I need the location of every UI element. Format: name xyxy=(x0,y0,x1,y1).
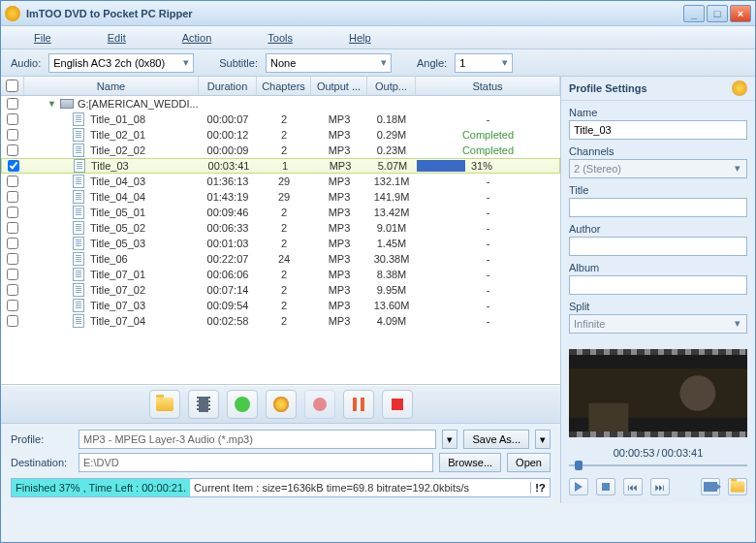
menu-tools[interactable]: Tools xyxy=(254,28,306,48)
field-author-input[interactable] xyxy=(569,237,747,256)
row-name: Title_01_08 xyxy=(90,113,145,125)
saveas-dropdown-button[interactable]: ▾ xyxy=(535,430,551,449)
status-dash: - xyxy=(487,300,490,311)
table-row[interactable]: Title_07_03 00:09:54 2 MP3 13.60M - xyxy=(1,298,560,313)
row-check[interactable] xyxy=(7,129,18,141)
row-duration: 01:36:13 xyxy=(199,176,257,187)
row-check[interactable] xyxy=(7,144,18,156)
browse-button[interactable]: Browse... xyxy=(439,453,501,472)
profile-settings-header: Profile Settings xyxy=(561,77,755,101)
row-chapters: 29 xyxy=(257,191,311,203)
preview-pane[interactable] xyxy=(569,349,747,437)
row-check[interactable] xyxy=(7,238,18,249)
table-row[interactable]: Title_07_01 00:06:06 2 MP3 8.38M - xyxy=(1,267,560,282)
table-row[interactable]: Title_05_03 00:01:03 2 MP3 1.45M - xyxy=(1,236,560,251)
field-split-label: Split xyxy=(569,301,747,312)
field-channels-combo[interactable]: 2 (Stereo) xyxy=(569,159,747,178)
file-icon xyxy=(73,128,84,142)
subtitle-combo[interactable]: None xyxy=(266,53,392,73)
status-dash: - xyxy=(487,284,490,296)
audio-combo[interactable]: English AC3 2ch (0x80) xyxy=(48,53,194,73)
row-output-size: 132.1M xyxy=(367,176,416,187)
table-row[interactable]: Title_05_02 00:06:33 2 MP3 9.01M - xyxy=(1,220,560,236)
angle-combo[interactable]: 1 xyxy=(455,53,513,73)
row-output-format: MP3 xyxy=(312,160,368,172)
open-folder-button[interactable] xyxy=(149,390,180,419)
row-check[interactable] xyxy=(7,284,18,296)
settings-button[interactable] xyxy=(266,390,297,419)
player-stop-button[interactable] xyxy=(596,478,615,495)
table-row[interactable]: Title_02_01 00:00:12 2 MP3 0.29M Complet… xyxy=(1,127,560,143)
col-output-size[interactable]: Outp... xyxy=(367,77,416,95)
row-check[interactable] xyxy=(7,315,18,327)
field-title-input[interactable] xyxy=(569,198,747,217)
profile-settings-gear-icon[interactable] xyxy=(732,80,747,96)
row-name: Title_02_02 xyxy=(90,144,145,156)
profile-input[interactable]: MP3 - MPEG Layer-3 Audio (*.mp3) xyxy=(79,430,436,449)
row-check[interactable] xyxy=(7,207,18,218)
row-chapters: 2 xyxy=(257,222,311,234)
row-name: Title_06 xyxy=(90,253,128,265)
row-check[interactable] xyxy=(8,160,19,172)
row-name: Title_07_04 xyxy=(90,315,145,327)
table-row[interactable]: Title_03 00:03:41 1 MP3 5.07M 31% xyxy=(1,158,560,174)
table-row[interactable]: Title_02_02 00:00:09 2 MP3 0.23M Complet… xyxy=(1,143,560,158)
menubar: File Edit Action Tools Help xyxy=(1,26,755,49)
tree-collapse-icon[interactable]: ▼ xyxy=(47,99,56,109)
add-profile-button[interactable] xyxy=(227,390,258,419)
snapshot-folder-button[interactable] xyxy=(728,478,747,495)
menu-action[interactable]: Action xyxy=(169,28,226,48)
status-alert-button[interactable]: !? xyxy=(530,482,550,494)
field-album-input[interactable] xyxy=(569,275,747,295)
root-check[interactable] xyxy=(7,98,18,110)
col-duration[interactable]: Duration xyxy=(199,77,257,95)
folder-small-icon xyxy=(731,481,744,492)
col-chapters[interactable]: Chapters xyxy=(257,77,311,95)
col-status[interactable]: Status xyxy=(416,77,560,95)
maximize-button[interactable]: □ xyxy=(707,5,728,22)
tree-root-row[interactable]: ▼ G:[AMERICAN_WEDDI... xyxy=(1,96,560,112)
table-row[interactable]: Title_04_03 01:36:13 29 MP3 132.1M - xyxy=(1,174,560,189)
table-row[interactable]: Title_07_04 00:02:58 2 MP3 4.09M - xyxy=(1,313,560,329)
add-file-button[interactable] xyxy=(188,390,219,419)
snapshot-button[interactable] xyxy=(701,478,720,495)
stop-button[interactable] xyxy=(382,390,413,419)
field-split-combo[interactable]: Infinite xyxy=(569,314,747,334)
row-check[interactable] xyxy=(7,269,18,280)
col-output-format[interactable]: Output ... xyxy=(311,77,367,95)
table-row[interactable]: Title_07_02 00:07:14 2 MP3 9.95M - xyxy=(1,282,560,298)
prev-button[interactable]: ⏮ xyxy=(623,478,643,495)
destination-input[interactable]: E:\DVD xyxy=(79,453,433,472)
table-row[interactable]: Title_06 00:22:07 24 MP3 30.38M - xyxy=(1,251,560,267)
pause-button[interactable] xyxy=(343,390,374,419)
menu-file[interactable]: File xyxy=(20,28,65,48)
next-button[interactable]: ⏭ xyxy=(650,478,670,495)
record-button[interactable] xyxy=(304,390,335,419)
menu-help[interactable]: Help xyxy=(335,28,385,48)
play-button[interactable] xyxy=(569,478,588,495)
menu-edit[interactable]: Edit xyxy=(94,28,140,48)
close-button[interactable]: × xyxy=(730,5,751,22)
row-output-size: 13.42M xyxy=(367,207,416,218)
col-check[interactable] xyxy=(1,77,24,95)
table-row[interactable]: Title_05_01 00:09:46 2 MP3 13.42M - xyxy=(1,205,560,220)
row-check[interactable] xyxy=(7,176,18,187)
field-album-label: Album xyxy=(569,262,747,273)
saveas-button[interactable]: Save As... xyxy=(463,430,529,449)
table-row[interactable]: Title_01_08 00:00:07 2 MP3 0.18M - xyxy=(1,112,560,127)
window-title: ImTOO DVD to Pocket PC Ripper xyxy=(26,8,681,19)
row-check[interactable] xyxy=(7,253,18,265)
row-check[interactable] xyxy=(7,191,18,203)
camera-icon xyxy=(704,482,717,492)
open-button[interactable]: Open xyxy=(507,453,551,472)
profile-dropdown-button[interactable]: ▾ xyxy=(442,430,457,449)
field-name-input[interactable]: Title_03 xyxy=(569,120,747,140)
row-check[interactable] xyxy=(7,222,18,234)
col-name[interactable]: Name xyxy=(24,77,199,95)
table-body[interactable]: ▼ G:[AMERICAN_WEDDI... Title_01_08 00:00… xyxy=(1,96,560,385)
table-row[interactable]: Title_04_04 01:43:19 29 MP3 141.9M - xyxy=(1,189,560,205)
row-check[interactable] xyxy=(7,300,18,311)
seek-slider[interactable] xyxy=(569,461,747,470)
row-check[interactable] xyxy=(7,113,18,125)
minimize-button[interactable]: _ xyxy=(683,5,705,22)
